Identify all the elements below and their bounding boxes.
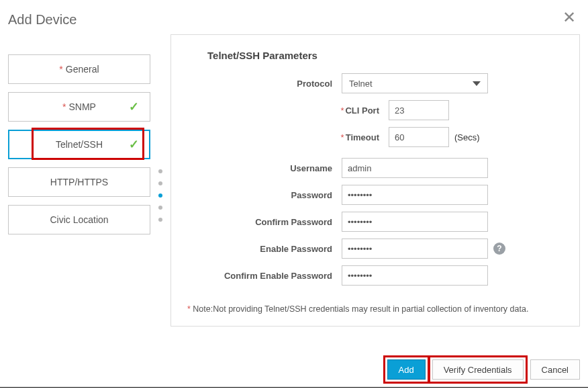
cli-port-input[interactable] bbox=[389, 100, 449, 120]
check-icon: ✓ bbox=[129, 99, 139, 114]
tab-telnet-ssh[interactable]: Telnet/SSH ✓ bbox=[8, 130, 150, 159]
tab-label: SNMP bbox=[69, 101, 96, 112]
label-confirm-password: Confirm Password bbox=[181, 217, 342, 227]
dialog-footer: Add Verify Credentials Cancel bbox=[387, 359, 581, 380]
add-button[interactable]: Add bbox=[387, 359, 426, 380]
password-input[interactable] bbox=[342, 185, 488, 205]
bottom-rule bbox=[0, 387, 588, 388]
tab-label: HTTP/HTTPS bbox=[50, 177, 108, 187]
cancel-button[interactable]: Cancel bbox=[530, 359, 580, 380]
label-enable-password: Enable Password bbox=[181, 244, 342, 254]
dot bbox=[158, 181, 162, 185]
username-input[interactable] bbox=[342, 158, 488, 178]
label-password: Password bbox=[181, 190, 342, 200]
label-timeout: *Timeout bbox=[181, 132, 389, 142]
dot bbox=[158, 218, 162, 222]
dot-active bbox=[158, 193, 162, 198]
chevron-down-icon bbox=[473, 81, 481, 86]
protocol-value: Telnet bbox=[349, 79, 373, 89]
tab-label: General bbox=[66, 64, 99, 75]
timeout-units: (Secs) bbox=[454, 132, 480, 142]
dot bbox=[158, 206, 162, 210]
check-icon: ✓ bbox=[129, 137, 139, 152]
help-icon[interactable]: ? bbox=[493, 243, 505, 255]
label-protocol: Protocol bbox=[181, 79, 342, 89]
note-text: * Note:Not providing Telnet/SSH credenti… bbox=[187, 304, 570, 314]
dialog-title: Add Device bbox=[8, 12, 77, 27]
required-marker: * bbox=[62, 101, 66, 112]
label-confirm-enable-password: Confirm Enable Password bbox=[181, 271, 342, 281]
panel-title: Telnet/SSH Parameters bbox=[207, 50, 570, 61]
confirm-enable-password-input[interactable] bbox=[342, 265, 488, 286]
dot bbox=[158, 169, 162, 173]
tab-label: Civic Location bbox=[50, 214, 108, 225]
form-panel: Telnet/SSH Parameters Protocol Telnet *C… bbox=[170, 34, 580, 327]
sidebar: * General * SNMP ✓ Telnet/SSH ✓ HTTP/HTT… bbox=[8, 34, 150, 327]
tab-snmp[interactable]: * SNMP ✓ bbox=[8, 92, 150, 122]
required-marker: * bbox=[59, 64, 62, 75]
tab-label: Telnet/SSH bbox=[56, 139, 103, 150]
tab-http-https[interactable]: HTTP/HTTPS bbox=[8, 167, 150, 197]
label-username: Username bbox=[181, 163, 342, 173]
confirm-password-input[interactable] bbox=[342, 212, 488, 232]
tab-general[interactable]: * General bbox=[8, 54, 150, 84]
protocol-select[interactable]: Telnet bbox=[342, 73, 488, 93]
tab-civic-location[interactable]: Civic Location bbox=[8, 205, 150, 234]
timeout-input[interactable] bbox=[389, 127, 449, 147]
label-cli-port: *CLI Port bbox=[181, 105, 389, 116]
enable-password-input[interactable] bbox=[342, 239, 488, 259]
close-icon[interactable]: ✕ bbox=[562, 8, 576, 27]
step-dots bbox=[150, 155, 170, 236]
verify-credentials-button[interactable]: Verify Credentials bbox=[432, 359, 524, 380]
